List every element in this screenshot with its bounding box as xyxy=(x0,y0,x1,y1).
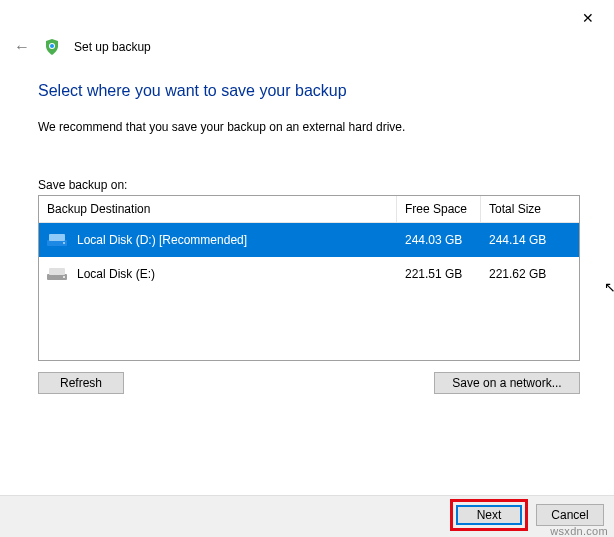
window-title: Set up backup xyxy=(74,40,151,54)
drive-name: Local Disk (E:) xyxy=(77,267,155,281)
refresh-button[interactable]: Refresh xyxy=(38,372,124,394)
watermark-text: wsxdn.com xyxy=(550,525,608,537)
col-destination[interactable]: Backup Destination xyxy=(39,196,397,223)
drive-total: 244.14 GB xyxy=(481,233,579,247)
backup-destination-table: Backup Destination Free Space Total Size… xyxy=(38,195,580,361)
backup-shield-icon xyxy=(44,39,60,55)
col-free-space[interactable]: Free Space xyxy=(397,196,481,223)
drive-icon xyxy=(47,266,67,282)
close-button[interactable]: ✕ xyxy=(574,6,602,30)
cancel-button[interactable]: Cancel xyxy=(536,504,604,526)
page-title: Select where you want to save your backu… xyxy=(38,82,580,100)
svg-point-3 xyxy=(63,242,65,244)
drive-free: 244.03 GB xyxy=(397,233,481,247)
table-row[interactable]: Local Disk (E:) 221.51 GB 221.62 GB xyxy=(39,257,579,291)
table-header-row: Backup Destination Free Space Total Size xyxy=(39,196,579,223)
recommend-text: We recommend that you save your backup o… xyxy=(38,120,580,134)
drive-total: 221.62 GB xyxy=(481,267,579,281)
svg-rect-5 xyxy=(49,268,65,275)
save-on-network-button[interactable]: Save on a network... xyxy=(434,372,580,394)
svg-point-6 xyxy=(63,276,65,278)
col-total-size[interactable]: Total Size xyxy=(481,196,579,223)
next-button[interactable]: Next xyxy=(456,505,522,525)
drive-free: 221.51 GB xyxy=(397,267,481,281)
footer-bar: Next Cancel wsxdn.com xyxy=(0,495,614,537)
table-row[interactable]: Local Disk (D:) [Recommended] 244.03 GB … xyxy=(39,223,579,257)
svg-rect-2 xyxy=(49,234,65,241)
next-highlight: Next xyxy=(450,499,528,531)
cursor-icon: ↖ xyxy=(604,279,614,295)
drive-icon xyxy=(47,232,67,248)
back-arrow-icon[interactable]: ← xyxy=(14,38,30,56)
save-label: Save backup on: xyxy=(38,178,580,192)
drive-name: Local Disk (D:) [Recommended] xyxy=(77,233,247,247)
